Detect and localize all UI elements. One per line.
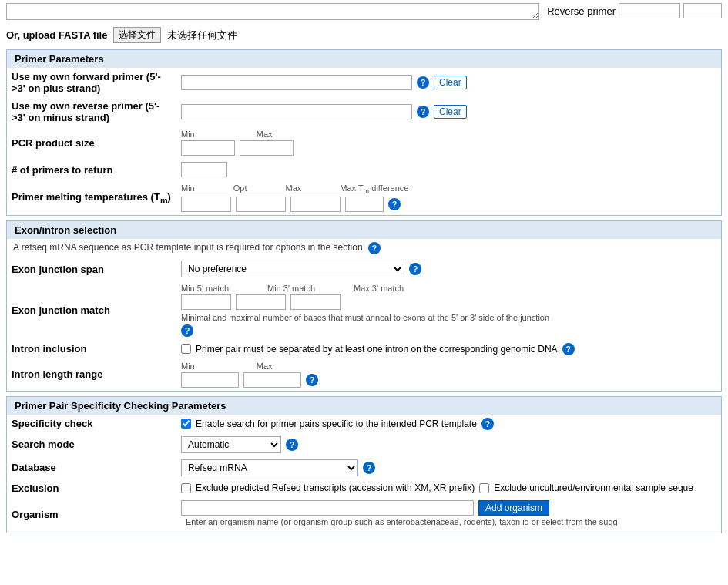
organism-row: Organism Homo sapiens Add organism Enter…: [7, 497, 721, 533]
num-primers-cell: 10: [176, 159, 721, 180]
min3-input[interactable]: 4: [236, 294, 286, 310]
exclusion-row: Exclusion Exclude predicted Refseq trans…: [7, 479, 721, 497]
exclusion-checkbox1[interactable]: [181, 483, 191, 493]
specificity-header: Primer Pair Specificity Checking Paramet…: [7, 397, 721, 415]
exon-info-text: A refseq mRNA sequence as PCR template i…: [13, 242, 363, 253]
forward-primer-input[interactable]: [181, 75, 412, 90]
pcr-size-row: PCR product size Min Max 70 1000: [7, 126, 721, 159]
intron-max-input[interactable]: 10000: [243, 372, 301, 388]
junction-span-cell: No preference Must span an exon-exon jun…: [176, 257, 721, 281]
intron-inclusion-label: Intron inclusion: [7, 340, 176, 358]
database-label: Database: [7, 456, 176, 479]
exclusion-label: Exclusion: [7, 479, 176, 497]
reverse-clear-button[interactable]: Clear: [434, 105, 467, 119]
search-mode-label: Search mode: [7, 433, 176, 456]
junction-match-cell: Min 5' match Min 3' match Max 3' match 7…: [176, 281, 721, 340]
exclusion-text2: Exclude uncultured/environmental sample …: [494, 482, 693, 493]
exclusion-checkbox2[interactable]: [479, 483, 489, 493]
tm-min-input[interactable]: 57.0: [181, 197, 231, 212]
reverse-primer-input[interactable]: [181, 104, 412, 119]
min5-input[interactable]: 7: [181, 294, 231, 310]
page-wrapper: Or, upload FASTA file 选择文件 未选择任何文件 Rever…: [0, 0, 728, 538]
specificity-check-group: Enable search for primer pairs specific …: [181, 418, 716, 430]
reverse-primer-input2[interactable]: [683, 3, 722, 18]
pcr-size-cell: Min Max 70 1000: [176, 126, 721, 159]
primer-params-title: Primer Parameters: [15, 53, 104, 65]
database-help-icon[interactable]: ?: [363, 462, 375, 474]
forward-primer-help-icon[interactable]: ?: [417, 76, 429, 89]
fasta-choose-button[interactable]: 选择文件: [113, 27, 161, 43]
intron-inclusion-row: Primer pair must be separated by at leas…: [181, 343, 716, 355]
max3-input[interactable]: 8: [290, 294, 341, 310]
exon-intron-section: Exon/intron selection A refseq mRNA sequ…: [6, 220, 722, 392]
tm-text: Primer melting temperatures (Tm): [12, 191, 171, 203]
pcr-min-label: Min: [181, 129, 195, 139]
organism-note: Enter an organism name (or organism grou…: [181, 516, 716, 530]
intron-length-label: Intron length range: [7, 358, 176, 391]
junction-match-field-labels: Min 5' match Min 3' match Max 3' match: [181, 284, 716, 293]
exon-info-help-icon[interactable]: ?: [368, 242, 381, 254]
forward-clear-button[interactable]: Clear: [434, 76, 467, 89]
junction-match-label: Exon junction match: [7, 281, 176, 340]
fasta-label: Or, upload FASTA file: [6, 29, 107, 41]
organism-input[interactable]: Homo sapiens: [181, 500, 474, 516]
junction-note-help-icon[interactable]: ?: [181, 324, 193, 337]
database-select[interactable]: Refseq mRNA nr nt refseq_genomic: [181, 459, 358, 476]
intron-inclusion-text: Primer pair must be separated by at leas…: [196, 344, 558, 355]
search-mode-select[interactable]: Automatic Manual: [181, 436, 281, 453]
junction-span-row: Exon junction span No preference Must sp…: [7, 257, 721, 281]
search-mode-help-icon[interactable]: ?: [286, 439, 298, 451]
specificity-check-help-icon[interactable]: ?: [481, 418, 494, 430]
tm-diff-input[interactable]: 3: [345, 197, 384, 212]
top-section: Or, upload FASTA file 选择文件 未选择任何文件 Rever…: [0, 0, 728, 46]
forward-primer-group: ? Clear: [181, 75, 716, 90]
add-organism-button[interactable]: Add organism: [478, 500, 549, 516]
tm-help-icon[interactable]: ?: [388, 198, 401, 210]
junction-span-select[interactable]: No preference Must span an exon-exon jun…: [181, 261, 404, 277]
tm-label: Primer melting temperatures (Tm): [7, 180, 176, 215]
specificity-check-row: Specificity check Enable search for prim…: [7, 415, 721, 433]
intron-length-help-icon[interactable]: ?: [306, 374, 318, 386]
specificity-check-checkbox[interactable]: [181, 419, 191, 429]
tm-field-labels: Min Opt Max Max Tm difference: [181, 183, 716, 195]
sequence-textarea[interactable]: [6, 3, 539, 20]
intron-max-label: Max: [257, 361, 273, 371]
intron-length-cell: Min Max 1000 10000 ?: [176, 358, 721, 391]
max3-label: Max 3' match: [354, 284, 404, 293]
intron-length-row: Intron length range Min Max 1000 10000 ?: [7, 358, 721, 391]
pcr-max-label: Max: [257, 129, 273, 139]
tm-max-label: Max: [285, 183, 301, 195]
num-primers-input[interactable]: 10: [181, 162, 227, 177]
pcr-inputs: 70 1000: [181, 140, 716, 156]
specificity-section: Primer Pair Specificity Checking Paramet…: [6, 396, 722, 533]
min3-label: Min 3' match: [267, 284, 315, 293]
junction-span-label: Exon junction span: [7, 257, 176, 281]
intron-inclusion-checkbox[interactable]: [181, 344, 191, 354]
search-mode-cell: Automatic Manual ?: [176, 433, 721, 456]
reverse-primer-help-icon[interactable]: ?: [417, 106, 429, 118]
tm-opt-input[interactable]: 60.0: [236, 197, 286, 212]
primer-params-table: Use my own forward primer (5'->3' on plu…: [7, 68, 721, 215]
specificity-check-cell: Enable search for primer pairs specific …: [176, 415, 721, 433]
intron-inclusion-help-icon[interactable]: ?: [562, 343, 575, 355]
exon-intron-title: Exon/intron selection: [15, 224, 116, 236]
junction-span-help-icon[interactable]: ?: [409, 263, 421, 275]
pcr-min-max-labels: Min Max: [181, 129, 716, 139]
exclusion-cell: Exclude predicted Refseq transcripts (ac…: [176, 479, 721, 497]
intron-length-field-labels: Min Max: [181, 361, 716, 371]
pcr-max-input[interactable]: 1000: [240, 140, 294, 156]
organism-label: Organism: [7, 497, 176, 533]
organism-group: Homo sapiens Add organism: [181, 500, 716, 516]
specificity-table: Specificity check Enable search for prim…: [7, 415, 721, 533]
tm-max-input[interactable]: 63.0: [290, 197, 341, 212]
pcr-min-input[interactable]: 70: [181, 140, 235, 156]
top-left: Or, upload FASTA file 选择文件 未选择任何文件: [6, 3, 539, 43]
reverse-primer-label: Reverse primer: [547, 5, 616, 17]
reverse-primer-input[interactable]: [619, 3, 680, 18]
num-primers-row: # of primers to return 10: [7, 159, 721, 180]
intron-min-input[interactable]: 1000: [181, 372, 239, 388]
junction-span-group: No preference Must span an exon-exon jun…: [181, 261, 716, 277]
forward-primer-label: Use my own forward primer (5'->3' on plu…: [7, 68, 176, 97]
min5-label: Min 5' match: [181, 284, 229, 293]
num-primers-label: # of primers to return: [7, 159, 176, 180]
